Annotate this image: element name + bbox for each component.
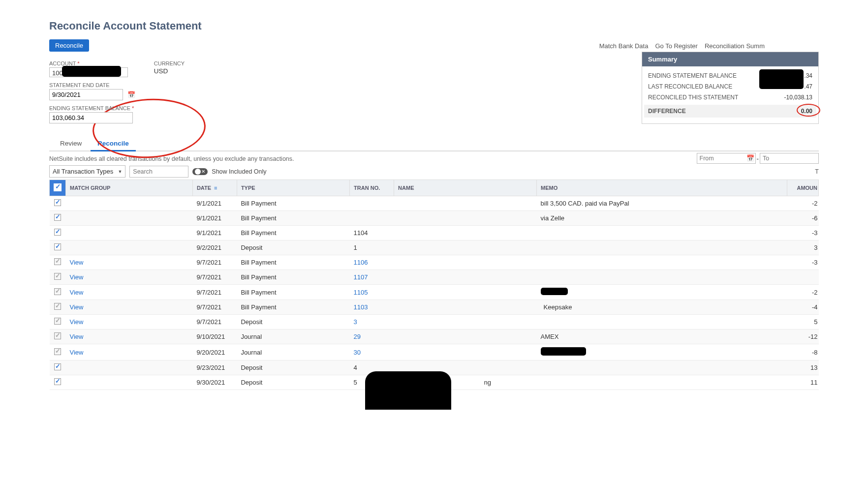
table-row[interactable]: View9/7/2021Bill Payment1103Keepsake-4 <box>50 300 819 315</box>
statement-end-date-input[interactable] <box>49 89 123 100</box>
type-cell: Bill Payment <box>237 255 349 270</box>
type-cell: Journal <box>237 330 349 344</box>
amount-header[interactable]: AMOUN <box>787 180 819 196</box>
match-group-link[interactable]: View <box>70 289 84 296</box>
match-group-link[interactable]: View <box>70 259 84 266</box>
tran-link[interactable]: 1105 <box>354 289 368 296</box>
redacted-memo <box>541 288 568 295</box>
type-header[interactable]: TYPE <box>237 180 349 196</box>
table-wrapper: MATCH GROUP DATE≡ TYPE TRAN NO. NAME MEM… <box>49 180 819 390</box>
link-match-bank-data[interactable]: Match Bank Data <box>599 42 649 50</box>
date-cell: 9/20/2021 <box>192 344 237 360</box>
redacted-name-column <box>365 371 451 410</box>
tran-link[interactable]: 1107 <box>354 273 368 281</box>
amount-cell: 3 <box>787 240 819 255</box>
table-row[interactable]: View9/10/2021Journal29AMEX-12 <box>50 330 819 344</box>
summary-ending-label: ENDING STATEMENT BALANCE <box>648 72 737 79</box>
memo-cell: via Zelle <box>537 211 787 226</box>
memo-cell <box>537 270 787 285</box>
summary-last-label: LAST RECONCILED BALANCE <box>648 83 732 90</box>
table-row[interactable]: View9/7/2021Bill Payment1106-3 <box>50 255 819 270</box>
tran-cell: 1 <box>350 240 394 255</box>
row-checkbox[interactable] <box>54 363 61 370</box>
type-cell: Bill Payment <box>237 285 349 300</box>
tran-link[interactable]: 3 <box>354 318 357 326</box>
row-checkbox[interactable] <box>54 243 61 250</box>
tran-link[interactable]: 29 <box>354 333 361 340</box>
match-group-link[interactable]: View <box>70 349 84 356</box>
table-row[interactable]: View9/7/2021Deposit35 <box>50 315 819 330</box>
date-cell: 9/30/2021 <box>192 375 237 390</box>
tab-reconcile[interactable]: Reconcile <box>91 137 136 151</box>
table-row[interactable]: View9/7/2021Bill Payment1107 <box>50 270 819 285</box>
amount-cell <box>787 270 819 285</box>
memo-cell <box>537 240 787 255</box>
table-row[interactable]: 9/2/2021Deposit13 <box>50 240 819 255</box>
link-reconciliation-summ[interactable]: Reconciliation Summ <box>705 42 765 50</box>
table-row[interactable]: View9/20/2021Journal30-8 <box>50 344 819 360</box>
tran-link[interactable]: 1106 <box>354 259 368 266</box>
type-cell: Bill Payment <box>237 226 349 240</box>
date-header[interactable]: DATE≡ <box>192 180 237 196</box>
row-checkbox[interactable] <box>54 229 61 236</box>
memo-cell <box>537 226 787 240</box>
table-row[interactable]: 9/1/2021Bill Paymentvia Zelle-6 <box>50 211 819 226</box>
match-group-link[interactable]: View <box>70 303 84 311</box>
name-header[interactable]: NAME <box>394 180 537 196</box>
memo-cell <box>537 360 787 375</box>
match-group-link[interactable]: View <box>70 333 84 340</box>
transaction-types-dropdown[interactable]: All Transaction Types <box>49 165 125 178</box>
calendar-icon[interactable]: 📅 <box>127 91 135 98</box>
amount-cell: -8 <box>787 344 819 360</box>
type-cell: Bill Payment <box>237 196 349 211</box>
table-row[interactable]: 9/1/2021Bill Payment1104-3 <box>50 226 819 240</box>
reconcile-button[interactable]: Reconcile <box>49 39 89 52</box>
show-included-only-toggle[interactable]: ✕ <box>192 168 208 175</box>
select-all-header[interactable] <box>50 180 66 196</box>
date-filter: 📅 - <box>697 153 819 164</box>
memo-cell: AMEX <box>537 330 787 344</box>
tran-header[interactable]: TRAN NO. <box>350 180 394 196</box>
currency-label: CURRENCY <box>154 60 185 66</box>
summary-diff-label: DIFFERENCE <box>648 108 686 115</box>
amount-cell: -3 <box>787 255 819 270</box>
table-row[interactable]: View9/7/2021Bill Payment1105-2 <box>50 285 819 300</box>
date-cell: 9/7/2021 <box>192 285 237 300</box>
tab-review[interactable]: Review <box>53 137 89 150</box>
row-checkbox[interactable] <box>54 214 61 221</box>
sort-asc-icon: ≡ <box>214 185 217 191</box>
match-group-cell <box>66 196 193 211</box>
tran-cell: 1104 <box>350 226 394 240</box>
memo-header[interactable]: MEMO <box>537 180 787 196</box>
row-checkbox[interactable] <box>54 378 61 385</box>
form-area: ACCOUNT 100 STATEMENT END DATE 📅 ENDING … <box>49 60 185 128</box>
match-group-cell <box>66 226 193 240</box>
tran-link[interactable]: 30 <box>354 349 361 356</box>
name-cell <box>394 330 537 344</box>
match-group-cell <box>66 240 193 255</box>
row-checkbox <box>54 318 61 325</box>
type-cell: Deposit <box>237 360 349 375</box>
tran-link[interactable]: 1103 <box>354 303 368 311</box>
match-group-cell <box>66 211 193 226</box>
type-cell: Bill Payment <box>237 270 349 285</box>
memo-cell <box>537 285 787 300</box>
row-checkbox[interactable] <box>54 199 61 206</box>
row-checkbox <box>54 303 61 310</box>
name-cell <box>394 211 537 226</box>
table-row[interactable]: 9/1/2021Bill Paymentbill 3,500 CAD. paid… <box>50 196 819 211</box>
date-cell: 9/1/2021 <box>192 226 237 240</box>
type-cell: Bill Payment <box>237 300 349 315</box>
date-cell: 9/1/2021 <box>192 211 237 226</box>
date-to-input[interactable] <box>760 153 819 164</box>
amount-cell: 5 <box>787 315 819 330</box>
ending-balance-input[interactable] <box>49 112 133 123</box>
match-group-header[interactable]: MATCH GROUP <box>66 180 193 196</box>
calendar-from-icon[interactable]: 📅 <box>746 154 754 162</box>
link-go-to-register[interactable]: Go To Register <box>655 42 697 50</box>
search-input[interactable] <box>129 166 188 178</box>
page-title: Reconcile Account Statement <box>49 20 819 32</box>
match-group-link[interactable]: View <box>70 318 84 326</box>
match-group-link[interactable]: View <box>70 273 84 281</box>
row-checkbox <box>54 258 61 265</box>
